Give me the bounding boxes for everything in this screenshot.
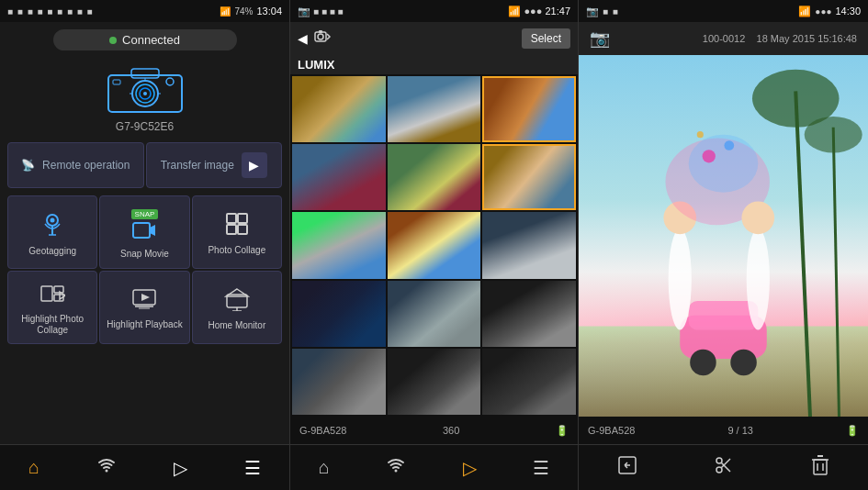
svg-point-43 bbox=[730, 350, 757, 376]
photo-file-info: 100-0012 18 May 2015 15:16:48 bbox=[703, 33, 857, 44]
p3-signal: ●●● bbox=[815, 6, 831, 17]
status-bar-1: ■ ■ ■ ■ ■ ■ ■ ■ ■ 📶 74% 13:04 bbox=[0, 0, 289, 22]
time-label: 13:04 bbox=[256, 6, 282, 17]
remote-wifi-icon: 📡 bbox=[21, 159, 35, 172]
svg-point-31 bbox=[318, 34, 323, 39]
camera-id-label: G7-9C52E6 bbox=[116, 120, 174, 133]
photo-view-toolbar: 📷 100-0012 18 May 2015 15:16:48 bbox=[579, 22, 868, 55]
photo-thumb-6[interactable] bbox=[482, 144, 576, 210]
highlight-playback-label: Highlight Playback bbox=[107, 319, 182, 330]
svg-point-39 bbox=[805, 117, 862, 152]
svg-point-50 bbox=[703, 150, 716, 162]
battery-label: 74% bbox=[234, 6, 253, 17]
camera-display: G7-9C52E6 bbox=[0, 61, 289, 133]
p2-time: 21:47 bbox=[545, 6, 570, 17]
p2-nav-play[interactable]: ▷ bbox=[456, 450, 484, 486]
photo-thumb-12[interactable] bbox=[482, 281, 576, 347]
svg-point-33 bbox=[395, 470, 398, 473]
photo-thumb-7[interactable] bbox=[292, 212, 386, 278]
photo-thumb-8[interactable] bbox=[388, 212, 481, 278]
photo-thumb-11[interactable] bbox=[388, 281, 481, 347]
p2-nav-menu[interactable]: ☰ bbox=[525, 450, 557, 486]
photo-collage-icon bbox=[225, 212, 249, 241]
svg-rect-15 bbox=[238, 214, 247, 223]
photo-thumb-10[interactable] bbox=[292, 281, 386, 347]
photo-thumb-14[interactable] bbox=[388, 349, 481, 415]
highlight-photo-collage-label: Highlight Photo Collage bbox=[12, 314, 93, 336]
home-monitor-icon bbox=[224, 287, 250, 317]
gallery-toolbar: ◀ Select bbox=[290, 22, 578, 55]
photo-thumb-15[interactable] bbox=[482, 349, 576, 415]
transfer-label: Transfer image bbox=[161, 159, 234, 172]
p3-icons: ■ ■ bbox=[603, 6, 619, 17]
photo-date: 18 May 2015 15:16:48 bbox=[757, 33, 857, 44]
camera-switch-icon[interactable] bbox=[313, 28, 332, 49]
p3-nav-delete-button[interactable] bbox=[803, 447, 838, 488]
status-bar-2: 📷 ■ ■ ■ ■ 📶 ●●● 21:47 bbox=[290, 0, 578, 22]
photo-collage-button[interactable]: Photo Collage bbox=[192, 195, 282, 269]
panel-photo-view: 📷 ■ ■ 📶 ●●● 14:30 📷 100-0012 18 May 2015… bbox=[579, 0, 868, 490]
photo-thumb-4[interactable] bbox=[292, 144, 386, 210]
photo-thumb-5[interactable] bbox=[388, 144, 481, 210]
back-arrow-icon[interactable]: ◀ bbox=[298, 31, 308, 46]
nav-menu-button[interactable]: ☰ bbox=[237, 450, 268, 486]
geotagging-label: Geotagging bbox=[28, 246, 76, 257]
remote-operation-button[interactable]: 📡 Remote operation bbox=[7, 142, 144, 188]
svg-marker-23 bbox=[141, 294, 150, 301]
highlight-photo-collage-button[interactable]: Highlight Photo Collage bbox=[7, 271, 97, 344]
connection-text: Connected bbox=[122, 33, 180, 47]
app-icons: ■ ■ ■ ■ ■ ■ ■ ■ ■ bbox=[7, 6, 94, 17]
photo-background-svg bbox=[579, 55, 868, 417]
nav-home-button[interactable]: ⌂ bbox=[21, 450, 47, 485]
photo-thumb-9[interactable] bbox=[482, 212, 576, 278]
home-monitor-label: Home Monitor bbox=[208, 320, 265, 331]
main-action-buttons: 📡 Remote operation Transfer image ▶ bbox=[7, 142, 282, 188]
svg-point-48 bbox=[747, 228, 770, 329]
panel-remote-control: ■ ■ ■ ■ ■ ■ ■ ■ ■ 📶 74% 13:04 Connected bbox=[0, 0, 289, 490]
nav-wifi-button[interactable] bbox=[89, 448, 124, 487]
p2-toolbar-left: ◀ bbox=[298, 28, 332, 49]
p3-wifi-icon: 📶 bbox=[798, 6, 811, 17]
highlight-photo-collage-icon bbox=[39, 283, 65, 310]
svg-point-51 bbox=[724, 140, 734, 150]
p2-nav-home[interactable]: ⌂ bbox=[311, 450, 337, 485]
connection-status: Connected bbox=[53, 29, 237, 50]
snap-movie-button[interactable]: SNAP Snap Movie bbox=[99, 195, 189, 269]
p2-nav-wifi[interactable] bbox=[378, 448, 413, 487]
svg-rect-1 bbox=[131, 69, 159, 78]
p3-camera-icon-tool: 📷 bbox=[590, 28, 610, 49]
svg-rect-41 bbox=[689, 301, 759, 330]
svg-rect-18 bbox=[41, 286, 52, 301]
photo-thumb-3[interactable] bbox=[482, 76, 576, 142]
p3-nav-back-button[interactable] bbox=[609, 447, 646, 488]
photo-thumb-13[interactable] bbox=[292, 349, 386, 415]
svg-line-57 bbox=[722, 459, 731, 468]
snap-badge: SNAP bbox=[131, 209, 159, 219]
p3-time: 14:30 bbox=[835, 6, 861, 17]
svg-rect-17 bbox=[238, 225, 247, 234]
snap-movie-label: Snap Movie bbox=[120, 249, 169, 260]
status-bar-3: 📷 ■ ■ 📶 ●●● 14:30 bbox=[579, 0, 868, 22]
nav-play-button[interactable]: ▷ bbox=[166, 450, 195, 486]
photo-thumb-2[interactable] bbox=[388, 76, 481, 142]
p3-nav-scissors-button[interactable] bbox=[705, 447, 742, 488]
battery-icon: 🔋 bbox=[556, 425, 569, 437]
svg-rect-32 bbox=[319, 30, 322, 33]
geotagging-icon bbox=[41, 211, 63, 242]
p3-footer-count: 9 / 13 bbox=[727, 425, 753, 436]
bottom-navigation-1: ⌂ ▷ ☰ bbox=[0, 444, 289, 490]
svg-rect-19 bbox=[54, 286, 63, 293]
geotagging-button[interactable]: Geotagging bbox=[7, 195, 97, 269]
p2-footer-center: 360 bbox=[443, 425, 459, 436]
svg-point-49 bbox=[741, 201, 774, 234]
folder-name: LUMIX bbox=[290, 55, 578, 74]
highlight-playback-button[interactable]: Highlight Playback bbox=[99, 271, 189, 344]
wifi-icon: 📶 bbox=[220, 6, 231, 17]
photo-thumb-1[interactable] bbox=[292, 76, 386, 142]
main-photo-display[interactable] bbox=[579, 55, 868, 417]
photo-scene bbox=[579, 55, 868, 417]
photo-grid bbox=[290, 74, 578, 417]
select-button[interactable]: Select bbox=[522, 28, 570, 49]
transfer-image-button[interactable]: Transfer image ▶ bbox=[146, 142, 283, 188]
home-monitor-button[interactable]: Home Monitor bbox=[192, 271, 282, 344]
